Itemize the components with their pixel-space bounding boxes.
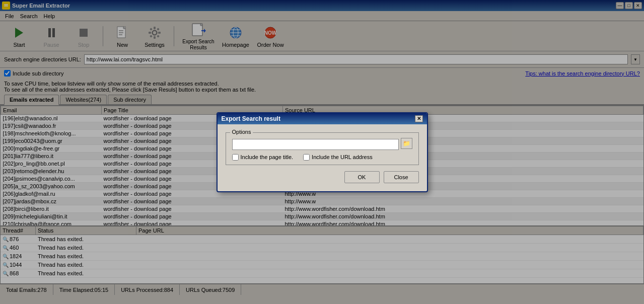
include-url-checkbox[interactable] xyxy=(303,154,310,161)
export-modal: Export Search result ✕ Options 📁 Include… xyxy=(217,112,428,192)
modal-close-button[interactable]: Close xyxy=(384,171,419,183)
modal-checkboxes: Include the page title. Include the URL … xyxy=(232,154,412,161)
modal-close-x-button[interactable]: ✕ xyxy=(415,115,423,122)
include-title-checkbox[interactable] xyxy=(232,154,239,161)
modal-body: Options 📁 Include the page title. Includ… xyxy=(218,124,427,191)
modal-path-input[interactable] xyxy=(232,139,399,150)
modal-overlay: Export Search result ✕ Options 📁 Include… xyxy=(0,0,644,304)
modal-options-group: Options 📁 Include the page title. Includ… xyxy=(226,132,419,165)
modal-input-row: 📁 xyxy=(232,137,412,150)
modal-browse-button[interactable]: 📁 xyxy=(401,138,412,149)
modal-ok-button[interactable]: OK xyxy=(344,171,380,183)
checkbox-include-title: Include the page title. xyxy=(232,154,294,161)
modal-group-label: Options xyxy=(230,129,253,135)
modal-title: Export Search result xyxy=(222,115,280,122)
modal-titlebar: Export Search result ✕ xyxy=(218,113,427,124)
checkbox-include-url: Include the URL address xyxy=(303,154,373,161)
modal-buttons: OK Close xyxy=(226,171,419,183)
